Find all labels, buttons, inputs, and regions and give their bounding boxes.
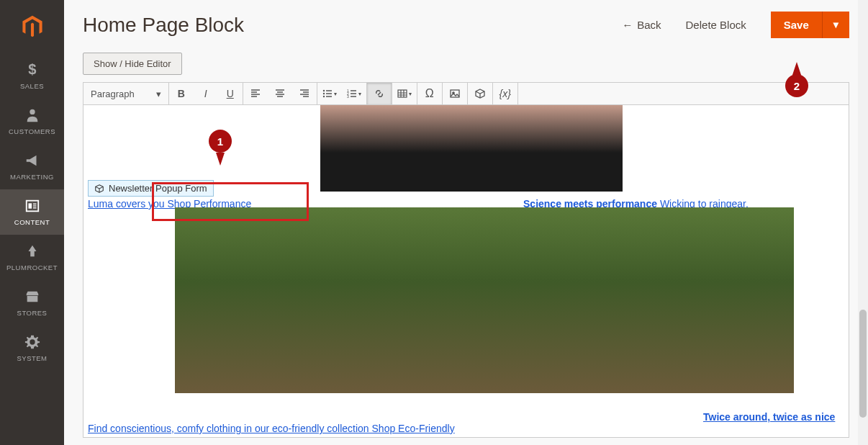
plumrocket-icon	[24, 243, 40, 259]
sidebar-item-label: SALES	[20, 82, 44, 90]
back-label: Back	[637, 19, 661, 31]
content-icon	[24, 198, 40, 214]
svg-rect-13	[398, 90, 407, 97]
svg-rect-2	[26, 201, 38, 212]
wysiwyg-editor: Paragraph ▾ B I U ▾ 123▾	[83, 82, 849, 438]
scrollbar-thumb[interactable]	[859, 310, 867, 418]
svg-rect-14	[451, 90, 459, 97]
variable-button[interactable]: {x}	[493, 83, 517, 104]
sidebar-item-marketing[interactable]: MARKETING	[0, 144, 64, 189]
content-text-eco[interactable]: Find conscientious, comfy clothing in ou…	[88, 423, 455, 434]
svg-text:$: $	[28, 62, 37, 77]
bold-button[interactable]: B	[169, 83, 194, 104]
sidebar-item-customers[interactable]: CUSTOMERS	[0, 99, 64, 144]
bullet-list-button[interactable]: ▾	[317, 83, 342, 104]
annotation-arrow-2	[792, 62, 801, 75]
numbered-list-button[interactable]: 123▾	[342, 83, 366, 104]
back-button[interactable]: ← Back	[622, 19, 661, 31]
sidebar-item-label: SYSTEM	[17, 354, 47, 362]
admin-sidebar: $ SALES CUSTOMERS MARKETING CONTENT PLUM…	[0, 0, 64, 445]
align-center-button[interactable]	[268, 83, 292, 104]
widget-button[interactable]	[468, 83, 492, 104]
page-title: Home Page Block	[83, 14, 622, 37]
delete-block-button[interactable]: Delete Block	[686, 19, 746, 31]
table-button[interactable]: ▾	[392, 83, 417, 104]
svg-text:3: 3	[347, 94, 349, 99]
special-char-button[interactable]: Ω	[417, 83, 442, 104]
editor-content-area[interactable]: Newsletter Popup Form Luma covers you Sh…	[83, 105, 849, 438]
gear-icon	[24, 334, 40, 350]
svg-rect-3	[28, 203, 32, 208]
svg-point-9	[323, 96, 325, 97]
content-image-woman	[320, 105, 623, 192]
sidebar-item-label: CUSTOMERS	[9, 127, 55, 135]
sidebar-item-sales[interactable]: $ SALES	[0, 53, 64, 99]
chevron-down-icon: ▾	[358, 91, 361, 97]
align-right-button[interactable]	[292, 83, 317, 104]
align-left-button[interactable]	[243, 83, 268, 104]
dollar-icon: $	[24, 62, 40, 78]
sidebar-item-system[interactable]: SYSTEM	[0, 325, 64, 371]
link-button[interactable]	[367, 83, 392, 104]
sidebar-item-label: MARKETING	[10, 173, 54, 181]
save-dropdown-button[interactable]: ▼	[822, 12, 849, 38]
annotation-highlight-1	[152, 182, 309, 221]
format-dropdown-label: Paragraph	[91, 89, 135, 99]
content-image-forest	[175, 207, 794, 393]
editor-toolbar: Paragraph ▾ B I U ▾ 123▾	[83, 82, 849, 105]
sidebar-item-label: PLUMROCKET	[6, 264, 58, 271]
person-icon	[24, 107, 40, 123]
underline-button[interactable]: U	[218, 83, 243, 104]
format-dropdown[interactable]: Paragraph ▾	[83, 83, 169, 104]
arrow-left-icon: ←	[622, 19, 633, 31]
triangle-down-icon: ▼	[831, 19, 841, 30]
annotation-arrow-1	[216, 153, 225, 166]
content-link-twice[interactable]: Twice around, twice as nice	[703, 411, 835, 423]
main-content: Home Page Block ← Back Delete Block Save…	[64, 0, 868, 445]
chevron-down-icon: ▾	[409, 91, 412, 97]
sidebar-item-content[interactable]: CONTENT	[0, 189, 64, 235]
svg-point-1	[30, 109, 35, 114]
sidebar-item-stores[interactable]: STORES	[0, 280, 64, 325]
sidebar-item-plumrocket[interactable]: PLUMROCKET	[0, 235, 64, 280]
sidebar-item-label: STORES	[17, 309, 48, 317]
italic-button[interactable]: I	[194, 83, 218, 104]
image-button[interactable]	[443, 83, 467, 104]
stores-icon	[24, 289, 40, 305]
svg-point-7	[323, 90, 325, 91]
chevron-down-icon: ▾	[334, 91, 337, 97]
megaphone-icon	[24, 153, 40, 168]
sidebar-item-label: CONTENT	[14, 218, 50, 226]
show-hide-editor-button[interactable]: Show / Hide Editor	[83, 53, 182, 75]
annotation-callout-1: 1	[209, 130, 232, 153]
magento-logo[interactable]	[0, 0, 64, 53]
save-button[interactable]: Save	[771, 12, 822, 38]
cube-icon	[94, 184, 104, 194]
save-button-group: Save ▼	[771, 12, 849, 38]
svg-point-8	[323, 93, 325, 94]
vertical-scrollbar[interactable]	[858, 0, 868, 445]
annotation-callout-2: 2	[785, 74, 808, 97]
content-text-line-2: Twice around, twice as nice Find conscie…	[88, 411, 844, 434]
chevron-down-icon: ▾	[156, 89, 161, 99]
page-header: Home Page Block ← Back Delete Block Save…	[64, 0, 868, 53]
header-actions: ← Back Delete Block Save ▼	[622, 12, 849, 38]
